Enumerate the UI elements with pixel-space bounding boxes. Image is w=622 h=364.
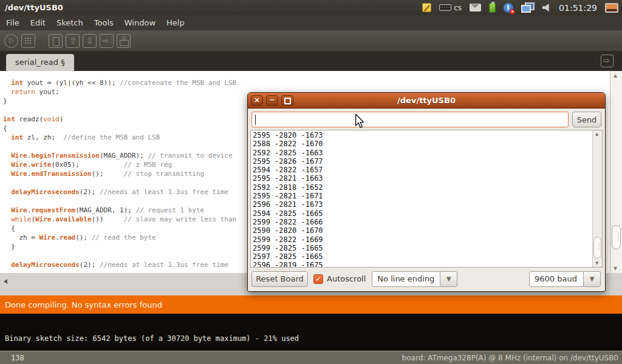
scroll-up-icon[interactable]: ▲ — [613, 73, 617, 78]
line-ending-dropdown[interactable]: No line ending ▼ — [372, 271, 457, 287]
serial-data-line: 2588 -2822 -1670 — [253, 140, 602, 148]
serial-data-line: 2599 -2825 -1665 — [253, 244, 602, 252]
tab-menu-icon[interactable] — [601, 55, 613, 67]
serial-data-line: 2592 -2818 -1652 — [253, 183, 602, 192]
bottom-status-bar: 138 board: ATmega328P(A) @ 8 MHz (intern… — [0, 351, 622, 364]
menu-item-sketch[interactable]: Sketch — [51, 16, 89, 30]
line-ending-value: No line ending — [372, 271, 440, 287]
scrollbar-thumb[interactable] — [612, 225, 621, 249]
board-info: board: ATmega328P(A) @ 8 MHz (internal) … — [402, 354, 618, 362]
tab-bar: serial_read § — [0, 52, 622, 71]
serial-data-line: 2594 -2825 -1665 — [253, 209, 602, 218]
verify-button[interactable] — [4, 34, 18, 48]
session-menu-icon[interactable] — [605, 3, 618, 13]
serial-input[interactable] — [251, 112, 569, 127]
serial-data-line: 2596 -2819 -1675 — [253, 261, 602, 268]
scroll-left-icon[interactable] — [4, 279, 7, 284]
serial-data-line: 2592 -2825 -1663 — [253, 149, 602, 157]
menu-item-edit[interactable]: Edit — [25, 16, 51, 30]
serial-data-line: 2595 -2826 -1677 — [253, 157, 602, 166]
compile-status-message: Done compiling. No syntax errors found — [5, 300, 162, 309]
keyboard-icon — [439, 4, 451, 11]
menu-item-help[interactable]: Help — [161, 16, 190, 30]
baud-rate-value: 9600 baud — [529, 271, 584, 287]
volume-icon[interactable] — [542, 4, 551, 12]
serial-data-line: 2594 -2822 -1657 — [253, 166, 602, 174]
serial-data-line: 2597 -2825 -1665 — [253, 252, 602, 261]
serial-data-line: 2590 -2820 -1670 — [253, 226, 602, 235]
menu-item-window[interactable]: Window — [119, 16, 161, 30]
upload-button[interactable] — [100, 34, 114, 48]
tab-serial-read[interactable]: serial_read § — [6, 54, 74, 71]
text-caret — [255, 115, 256, 125]
battery-icon[interactable] — [489, 3, 496, 13]
network-icon[interactable] — [521, 2, 535, 13]
serial-controls-row: Reset Board ✓ Autoscroll No line ending … — [248, 268, 605, 291]
serial-data-line: 2596 -2821 -1673 — [253, 200, 602, 209]
editor-vertical-scrollbar[interactable]: ▲ ▼ — [610, 71, 622, 273]
serial-data-line: 2595 -2821 -1671 — [253, 192, 602, 200]
console-output: Binary sketch size: 6542 bytes (of a 307… — [0, 314, 622, 351]
serial-data-line: 2595 -2821 -1663 — [253, 174, 602, 183]
stop-button[interactable] — [21, 34, 35, 48]
serial-scrollbar[interactable]: ▲ ▼ — [592, 130, 602, 267]
menu-item-tools[interactable]: Tools — [89, 16, 119, 30]
chevron-down-icon[interactable]: ▼ — [583, 271, 601, 287]
serial-data-line: 2599 -2822 -1669 — [253, 235, 602, 244]
serial-output-area[interactable]: 2595 -2820 -16732588 -2822 -16702592 -28… — [250, 130, 603, 268]
chevron-down-icon[interactable]: ▼ — [440, 271, 457, 287]
window-title: /dev/ttyUSB0 — [5, 3, 63, 12]
autoscroll-checkbox[interactable]: ✓ — [313, 274, 323, 284]
serial-data-line: 2595 -2820 -1673 — [253, 131, 602, 140]
top-panel: /dev/ttyUSB0 cs ᛒ 01:51:29 — [0, 0, 622, 15]
console-text: Binary sketch size: 6542 bytes (of a 307… — [5, 334, 299, 343]
autoscroll-label: Autoscroll — [327, 274, 366, 283]
new-button[interactable] — [49, 34, 63, 48]
reset-board-button[interactable]: Reset Board — [251, 271, 308, 287]
bluetooth-icon[interactable]: ᛒ — [504, 3, 513, 13]
serial-monitor-title: /dev/ttyUSB0 — [248, 96, 605, 105]
system-tray: cs ᛒ 01:51:29 — [422, 2, 622, 13]
scroll-up-icon[interactable]: ▲ — [595, 132, 598, 136]
serial-output-lines: 2595 -2820 -16732588 -2822 -16702592 -28… — [251, 130, 602, 268]
clock[interactable]: 01:51:29 — [559, 3, 597, 13]
open-button[interactable] — [66, 34, 80, 48]
serial-monitor-window: × ─ /dev/ttyUSB0 Send 2595 -2820 -167325… — [247, 92, 606, 292]
scrollbar-thumb[interactable] — [593, 237, 601, 258]
code-line: int yout = (yl|(yh << 8)); //concatenate… — [3, 78, 610, 87]
notes-icon[interactable] — [422, 3, 431, 12]
send-button[interactable]: Send — [572, 112, 601, 127]
mouse-cursor-icon — [354, 114, 365, 131]
menu-bar: FileEditSketchToolsWindowHelp — [0, 15, 622, 30]
toolbar — [0, 30, 622, 52]
serial-input-row: Send — [248, 109, 605, 130]
scroll-down-icon[interactable]: ▼ — [613, 266, 617, 271]
line-number: 138 — [11, 354, 24, 362]
keyboard-indicator[interactable]: cs — [439, 4, 462, 12]
compile-status-bar: Done compiling. No syntax errors found — [0, 295, 622, 314]
menu-item-file[interactable]: File — [1, 16, 25, 30]
save-button[interactable] — [83, 34, 97, 48]
serial-data-line: 2599 -2822 -1666 — [253, 218, 602, 226]
serial-monitor-titlebar[interactable]: × ─ /dev/ttyUSB0 — [248, 93, 605, 109]
keyboard-layout-label: cs — [454, 4, 462, 12]
serial-monitor-button[interactable] — [117, 34, 131, 48]
scroll-down-icon[interactable]: ▼ — [595, 261, 598, 266]
arduino-ide-screen: /dev/ttyUSB0 cs ᛒ 01:51:29 FileEditSketc… — [0, 0, 622, 364]
mail-icon[interactable] — [470, 4, 481, 12]
baud-rate-dropdown[interactable]: 9600 baud ▼ — [529, 271, 601, 287]
